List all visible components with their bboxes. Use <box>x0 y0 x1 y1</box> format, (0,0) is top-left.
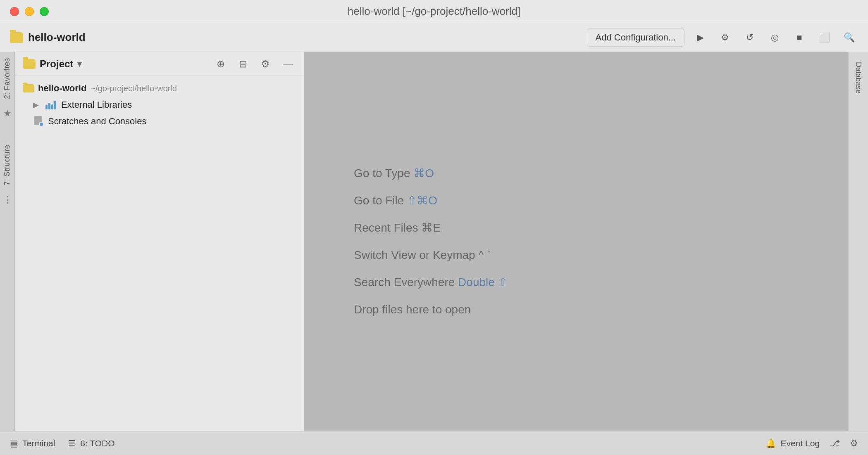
hint-goto-file: Go to File ⇧⌘O <box>354 189 437 212</box>
status-bar: ▤ Terminal ☰ 6: TODO 🔔 Event Log ⎇ ⚙ <box>0 431 868 455</box>
shortcut-recent-files: ⌘E <box>421 221 441 234</box>
shortcut-search-everywhere: Double ⇧ <box>458 276 508 289</box>
tree-item-external-libraries[interactable]: ▶ External Libraries <box>15 97 304 113</box>
right-sidebar: Database <box>848 52 868 431</box>
crosshair-icon: ⊕ <box>217 58 225 70</box>
database-tab[interactable]: Database <box>851 55 866 100</box>
close-button[interactable] <box>10 7 19 16</box>
gear-icon: ⚙ <box>261 58 270 70</box>
shortcut-switch-view: ^ ` <box>478 249 491 261</box>
run-icon: ▶ <box>697 32 704 43</box>
hint-recent-files: Recent Files ⌘E <box>354 216 441 239</box>
chevron-right-icon: ▶ <box>33 100 41 109</box>
settings-status-icon[interactable]: ⚙ <box>850 438 858 449</box>
project-panel-header: Project ▾ ⊕ ⊟ ⚙ — <box>15 52 304 76</box>
root-folder-icon <box>23 84 34 92</box>
collapse-all-button[interactable]: ⊟ <box>235 56 251 72</box>
panel-folder-icon <box>23 59 36 69</box>
coverage-button[interactable]: ◎ <box>765 28 784 47</box>
panel-settings-button[interactable]: ⚙ <box>258 56 273 72</box>
panel-hide-button[interactable]: — <box>280 56 296 72</box>
maximize-icon: ⬜ <box>819 32 830 43</box>
event-log-item[interactable]: 🔔 Event Log <box>765 438 820 448</box>
add-configuration-button[interactable]: Add Configuration... <box>587 28 684 47</box>
rerun-icon: ↺ <box>746 32 754 43</box>
project-panel-label: Project <box>40 58 73 70</box>
search-everywhere-button[interactable]: 🔍 <box>840 28 858 47</box>
tree-item-hello-world[interactable]: hello-world ~/go-project/hello-world <box>15 80 304 97</box>
terminal-icon: ▤ <box>10 438 18 448</box>
coverage-icon: ◎ <box>771 32 779 43</box>
hint-switch-view: Switch View or Keymap ^ ` <box>354 244 491 267</box>
collapse-icon: ⊟ <box>239 58 247 70</box>
todo-label: 6: TODO <box>80 438 114 448</box>
structure-tab[interactable]: 7: Structure <box>0 139 14 191</box>
project-title-area: hello-world <box>10 31 86 44</box>
status-bar-right: 🔔 Event Log ⎇ ⚙ <box>765 438 858 449</box>
traffic-lights <box>10 7 49 16</box>
project-tree: hello-world ~/go-project/hello-world ▶ E… <box>15 76 304 431</box>
toolbar: hello-world Add Configuration... ▶ ⚙ ↺ ◎… <box>0 23 868 52</box>
hint-goto-type: Go to Type ⌘O <box>354 162 434 185</box>
shortcut-goto-type: ⌘O <box>413 167 434 180</box>
run-button[interactable]: ▶ <box>691 28 709 47</box>
todo-status-item[interactable]: ☰ 6: TODO <box>68 438 114 448</box>
event-log-icon: 🔔 <box>765 438 776 448</box>
hide-icon: — <box>283 58 293 70</box>
left-vertical-tabs: 2: Favorites ★ 7: Structure ⋮ <box>0 52 15 431</box>
maximize-button[interactable] <box>40 7 49 16</box>
tree-root-path: ~/go-project/hello-world <box>91 84 176 93</box>
hint-drop-files: Drop files here to open <box>354 298 471 321</box>
terminal-status-item[interactable]: ▤ Terminal <box>10 438 55 448</box>
scratches-icon <box>33 116 44 127</box>
window-title: hello-world [~/go-project/hello-world] <box>348 5 520 18</box>
favorites-tab[interactable]: 2: Favorites <box>0 52 14 105</box>
project-name: hello-world <box>28 31 86 44</box>
build-icon: ⚙ <box>721 32 729 43</box>
project-folder-icon <box>10 32 23 43</box>
project-dropdown[interactable]: Project ▾ <box>23 58 81 70</box>
tree-scratches-label: Scratches and Consoles <box>48 116 146 127</box>
stop-icon: ■ <box>796 32 802 43</box>
terminal-label: Terminal <box>22 438 55 448</box>
structure-icon: ⋮ <box>3 194 12 205</box>
maximize-editor-button[interactable]: ⬜ <box>815 28 833 47</box>
shortcut-goto-file: ⇧⌘O <box>407 194 437 207</box>
editor-area: Go to Type ⌘O Go to File ⇧⌘O Recent File… <box>304 52 848 431</box>
external-libraries-icon <box>45 100 57 109</box>
star-icon: ★ <box>3 108 12 119</box>
locate-in-tree-button[interactable]: ⊕ <box>213 56 229 72</box>
git-status-icon[interactable]: ⎇ <box>830 438 840 449</box>
tree-item-scratches-consoles[interactable]: Scratches and Consoles <box>15 113 304 130</box>
event-log-label: Event Log <box>780 438 820 448</box>
build-button[interactable]: ⚙ <box>716 28 734 47</box>
minimize-button[interactable] <box>25 7 34 16</box>
rerun-button[interactable]: ↺ <box>741 28 759 47</box>
tree-root-label: hello-world <box>38 83 86 94</box>
project-dropdown-arrow: ▾ <box>77 59 81 69</box>
title-bar: hello-world [~/go-project/hello-world] <box>0 0 868 23</box>
tree-ext-lib-label: External Libraries <box>61 100 132 110</box>
stop-button[interactable]: ■ <box>790 28 808 47</box>
hint-search-everywhere: Search Everywhere Double ⇧ <box>354 271 508 294</box>
todo-icon: ☰ <box>68 438 76 448</box>
search-icon: 🔍 <box>844 32 855 43</box>
project-panel: Project ▾ ⊕ ⊟ ⚙ — hello-world ~/go- <box>15 52 304 431</box>
